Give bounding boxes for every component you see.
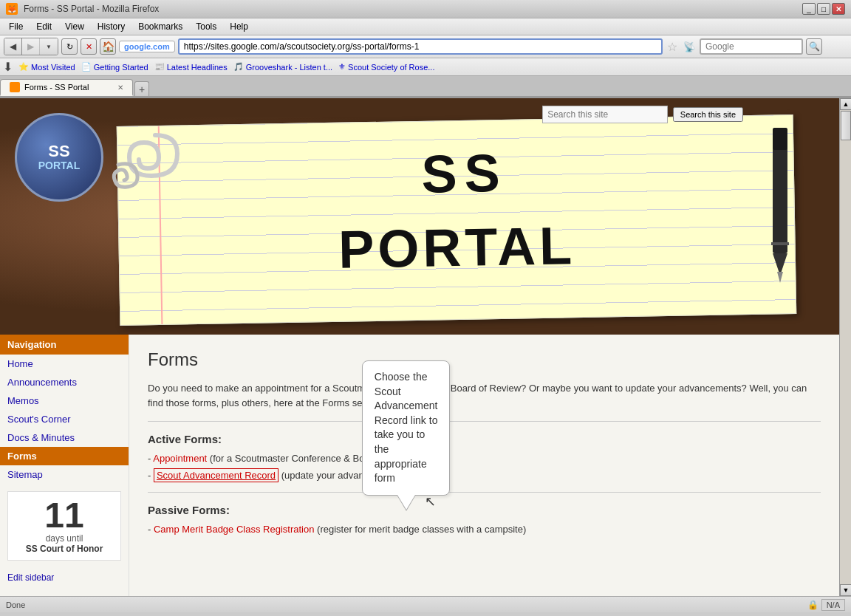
back-dropdown-button[interactable]: ▼ xyxy=(40,38,58,55)
bookmark-most-visited-icon: ⭐ xyxy=(18,62,29,72)
passive-form-link-1[interactable]: Camp Merit Badge Class Registration xyxy=(154,524,314,535)
google-badge: google.com xyxy=(119,41,175,52)
form-item-appointment: - Appointment (for a Scoutmaster Confere… xyxy=(148,453,821,464)
status-text: Done xyxy=(6,600,25,609)
bookmark-getting-started[interactable]: 📄 Getting Started xyxy=(81,62,148,72)
page-title: Forms xyxy=(148,349,821,370)
navigation-bar: ◀ ▶ ▼ ↻ ✕ 🏠 google.com ☆ 📡 🔍 xyxy=(0,35,851,58)
scroll-down-button[interactable]: ▼ xyxy=(840,584,851,596)
page-content: SS PORTAL SS PORTAL xyxy=(0,98,839,596)
pen-decoration xyxy=(758,128,802,292)
download-icon: ⬇ xyxy=(3,60,13,74)
tab-close-button[interactable]: ✕ xyxy=(117,83,123,92)
stop-button[interactable]: ✕ xyxy=(81,38,97,55)
menu-view[interactable]: View xyxy=(59,20,90,33)
active-forms-title: Active Forms: xyxy=(148,433,821,445)
divider-1 xyxy=(148,421,821,422)
site-header: SS PORTAL SS PORTAL xyxy=(0,98,839,335)
download-button[interactable]: ⬇ xyxy=(3,60,13,74)
sidebar-item-memos[interactable]: Memos xyxy=(0,391,129,410)
bookmark-getting-started-icon: 📄 xyxy=(81,62,92,72)
header-search-button[interactable]: Search this site xyxy=(673,107,743,122)
menu-help[interactable]: Help xyxy=(224,20,254,33)
scout-advancement-link[interactable]: Scout Advancement Record xyxy=(154,468,278,482)
status-bar: Done 🔒 N/A xyxy=(0,596,851,612)
counter-number: 11 xyxy=(14,498,115,533)
sidebar-item-scouts-corner[interactable]: Scout's Corner xyxy=(0,410,129,428)
banner-title-portal: PORTAL xyxy=(338,215,576,280)
menu-history[interactable]: History xyxy=(92,20,131,33)
back-button[interactable]: ◀ xyxy=(4,38,22,55)
tab-bar: Forms - SS Portal ✕ + xyxy=(0,76,851,97)
divider-2 xyxy=(148,492,821,493)
bookmark-grooveshark-icon: 🎵 xyxy=(233,62,244,72)
address-bar-row: google.com ☆ 📡 xyxy=(119,38,697,55)
title-bar: 🦊 Forms - SS Portal - Mozilla Firefox _ … xyxy=(0,0,851,18)
passive-form-description-1: (register for merit badge classes with a… xyxy=(317,524,526,535)
bookmark-headlines[interactable]: 📰 Latest Headlines xyxy=(154,62,228,72)
bookmark-star-icon[interactable]: ☆ xyxy=(666,40,679,54)
sidebar-item-announcements[interactable]: Announcements xyxy=(0,373,129,391)
menu-file[interactable]: File xyxy=(3,20,29,33)
speech-bubble: Choose the Scout Advancement Record link… xyxy=(362,360,451,496)
sidebar-item-sitemap[interactable]: Sitemap xyxy=(0,465,129,484)
passive-forms-title: Passive Forms: xyxy=(148,504,821,516)
banner-title-ss: SS xyxy=(421,143,507,205)
logo-circle: SS PORTAL xyxy=(15,113,103,202)
counter-days-label: days until xyxy=(14,533,115,544)
speech-bubble-text: Choose the Scout Advancement Record link… xyxy=(375,371,438,484)
site-logo: SS PORTAL xyxy=(15,113,103,202)
paperclip-decoration xyxy=(96,128,207,204)
bookmark-grooveshark[interactable]: 🎵 Grooveshark - Listen t... xyxy=(233,62,332,72)
close-button[interactable]: ✕ xyxy=(832,3,845,15)
svg-rect-1 xyxy=(773,128,787,150)
scrollbar-right: ▲ ▼ xyxy=(839,98,851,596)
bookmark-most-visited[interactable]: ⭐ Most Visited xyxy=(18,62,75,72)
new-tab-button[interactable]: + xyxy=(134,81,149,96)
content-area: Forms Do you need to make an appointment… xyxy=(129,335,839,596)
appointment-link[interactable]: Appointment xyxy=(153,453,207,464)
address-bar[interactable] xyxy=(178,38,663,55)
menu-edit[interactable]: Edit xyxy=(30,20,58,33)
minimize-button[interactable]: _ xyxy=(802,3,816,15)
search-bar-row: 🔍 xyxy=(700,38,847,55)
sidebar: Navigation Home Announcements Memos Scou… xyxy=(0,335,129,596)
maximize-button[interactable]: □ xyxy=(817,3,830,15)
scroll-track[interactable] xyxy=(840,110,851,584)
svg-marker-3 xyxy=(777,272,783,283)
sidebar-item-home[interactable]: Home xyxy=(0,355,129,373)
notepad: SS PORTAL xyxy=(117,114,797,326)
scroll-thumb[interactable] xyxy=(841,111,851,140)
edit-sidebar-link[interactable]: Edit sidebar xyxy=(0,568,129,587)
menu-tools[interactable]: Tools xyxy=(190,20,222,33)
header-search-input[interactable] xyxy=(542,106,668,123)
form-item-advancement: - Scout Advancement Record (update your … xyxy=(148,470,821,481)
active-tab[interactable]: Forms - SS Portal ✕ xyxy=(0,79,133,96)
bookmark-scout-society-icon: ⚜ xyxy=(338,62,346,72)
bookmark-headlines-icon: 📰 xyxy=(154,62,165,72)
home-button[interactable]: 🏠 xyxy=(100,38,116,55)
zoom-level: N/A xyxy=(821,599,845,611)
tab-favicon xyxy=(10,82,20,92)
svg-rect-4 xyxy=(771,242,789,245)
lock-icon: 🔒 xyxy=(807,600,818,610)
page-area: SS PORTAL SS PORTAL xyxy=(0,98,851,596)
main-body: Navigation Home Announcements Memos Scou… xyxy=(0,335,839,596)
back-forward-group: ◀ ▶ ▼ xyxy=(4,38,58,55)
cursor-arrow-icon: ↖ xyxy=(425,493,436,510)
forward-button[interactable]: ▶ xyxy=(22,38,40,55)
tab-title: Forms - SS Portal xyxy=(24,83,113,92)
sidebar-item-forms[interactable]: Forms xyxy=(0,447,129,465)
bookmark-scout-society[interactable]: ⚜ Scout Society of Rose... xyxy=(338,62,434,72)
bookmark-rss-icon: 📡 xyxy=(682,41,697,52)
status-left: Done xyxy=(6,600,25,609)
browser-search-button[interactable]: 🔍 xyxy=(806,38,822,55)
refresh-button[interactable]: ↻ xyxy=(61,38,78,55)
sidebar-item-docs-minutes[interactable]: Docs & Minutes xyxy=(0,428,129,447)
sidebar-counter: 11 days until SS Court of Honor xyxy=(7,491,121,561)
scroll-up-button[interactable]: ▲ xyxy=(840,98,851,110)
logo-ss-text: SS xyxy=(48,143,69,160)
page-description: Do you need to make an appointment for a… xyxy=(148,381,821,410)
browser-search-input[interactable] xyxy=(700,38,803,55)
menu-bookmarks[interactable]: Bookmarks xyxy=(132,20,188,33)
